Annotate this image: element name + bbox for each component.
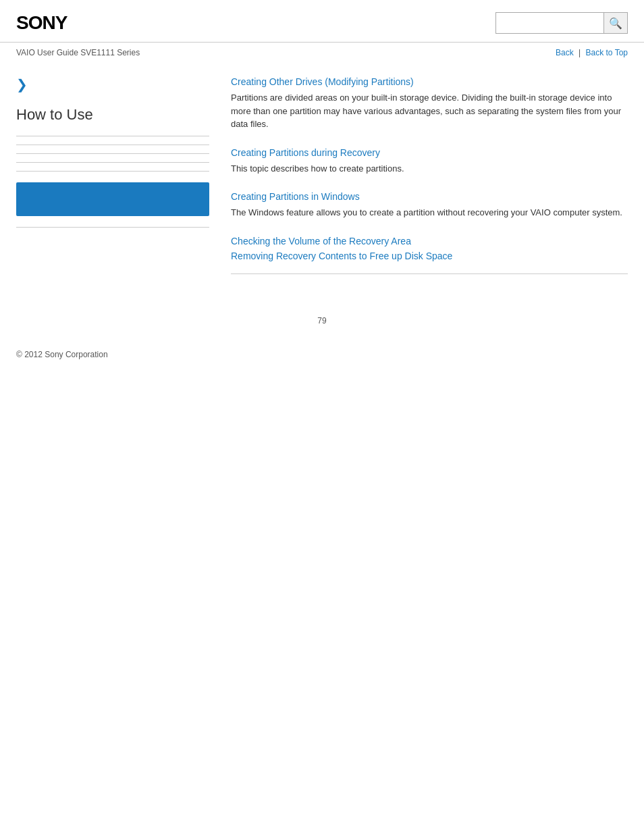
page-header: SONY 🔍 [0,0,644,43]
text-creating-partitions-windows: The Windows feature allows you to create… [231,206,628,219]
back-link[interactable]: Back [556,48,574,57]
search-icon: 🔍 [609,17,622,30]
content-area: Creating Other Drives (Modifying Partiti… [225,76,628,286]
section-creating-partitions-windows: Creating Partitions in Windows The Windo… [231,191,628,219]
link-creating-other-drives[interactable]: Creating Other Drives (Modifying Partiti… [231,76,628,87]
search-input[interactable] [495,12,603,34]
sidebar-divider-4 [16,162,209,163]
sub-header: VAIO User Guide SVE1111 Series Back | Ba… [0,43,644,63]
page-number: 79 [317,316,326,325]
search-area: 🔍 [495,12,628,34]
text-creating-partitions-recovery: This topic describes how to create parti… [231,162,628,176]
sidebar-divider-6 [16,227,209,228]
section-creating-other-drives: Creating Other Drives (Modifying Partiti… [231,76,628,131]
additional-links: Checking the Volume of the Recovery Area… [231,236,628,261]
copyright: © 2012 Sony Corporation [0,342,644,375]
sidebar-divider-2 [16,145,209,145]
link-creating-partitions-recovery[interactable]: Creating Partitions during Recovery [231,147,628,158]
content-divider [231,273,628,274]
text-creating-other-drives: Partitions are divided areas on your bui… [231,91,628,131]
main-container: ❯ How to Use Creating Other Drives (Modi… [0,76,644,286]
sidebar-title: How to Use [16,106,209,124]
back-to-top-link[interactable]: Back to Top [586,48,628,57]
page-footer: 79 [0,300,644,342]
sony-logo: SONY [16,12,67,34]
sidebar-blue-box [16,182,209,216]
sidebar-divider-1 [16,136,209,136]
link-removing-recovery[interactable]: Removing Recovery Contents to Free up Di… [231,251,628,261]
sidebar-divider-5 [16,171,209,172]
nav-links: Back | Back to Top [556,48,628,57]
nav-separator: | [579,48,581,57]
link-creating-partitions-windows[interactable]: Creating Partitions in Windows [231,191,628,202]
sidebar: ❯ How to Use [16,76,225,286]
section-creating-partitions-recovery: Creating Partitions during Recovery This… [231,147,628,176]
sidebar-arrow: ❯ [16,76,209,93]
sidebar-divider-3 [16,153,209,154]
guide-label: VAIO User Guide SVE1111 Series [16,48,140,57]
link-checking-volume[interactable]: Checking the Volume of the Recovery Area [231,236,628,246]
copyright-text: © 2012 Sony Corporation [16,350,108,359]
search-button[interactable]: 🔍 [603,12,628,34]
